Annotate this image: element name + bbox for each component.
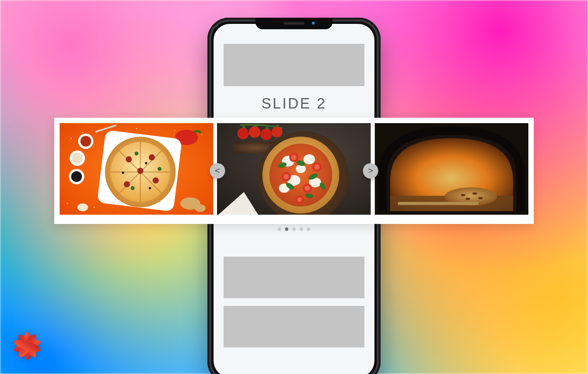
carousel-dots bbox=[278, 227, 311, 231]
svg-point-6 bbox=[94, 207, 95, 208]
svg-point-23 bbox=[126, 156, 132, 162]
svg-point-31 bbox=[145, 162, 147, 164]
svg-point-10 bbox=[80, 136, 91, 147]
svg-point-8 bbox=[136, 128, 137, 129]
svg-point-24 bbox=[149, 154, 155, 160]
svg-point-36 bbox=[77, 204, 88, 211]
svg-point-40 bbox=[249, 126, 261, 138]
svg-point-26 bbox=[124, 181, 130, 187]
svg-point-29 bbox=[158, 167, 162, 171]
svg-point-41 bbox=[261, 129, 272, 140]
svg-point-27 bbox=[137, 168, 144, 174]
carousel-prev-button[interactable]: < bbox=[210, 163, 225, 179]
svg-point-62 bbox=[297, 197, 302, 202]
placeholder-block-top bbox=[224, 44, 364, 86]
svg-point-51 bbox=[296, 165, 306, 173]
svg-point-32 bbox=[122, 172, 124, 174]
svg-point-12 bbox=[72, 153, 83, 164]
carousel-slide-3[interactable] bbox=[375, 123, 528, 215]
phone-camera bbox=[312, 22, 315, 25]
asterisk-icon bbox=[11, 329, 44, 362]
slide-1-image bbox=[60, 123, 213, 215]
svg-point-28 bbox=[135, 152, 139, 155]
carousel-dot-4[interactable] bbox=[300, 227, 303, 231]
svg-point-14 bbox=[71, 171, 82, 182]
carousel-slide-2[interactable] bbox=[217, 123, 371, 215]
slide-3-image bbox=[375, 123, 528, 215]
svg-point-4 bbox=[67, 203, 68, 204]
svg-point-35 bbox=[195, 204, 205, 212]
svg-point-42 bbox=[272, 127, 282, 137]
svg-point-60 bbox=[305, 185, 310, 191]
svg-point-33 bbox=[149, 187, 151, 189]
chevron-right-icon: > bbox=[368, 166, 373, 176]
svg-point-30 bbox=[131, 186, 135, 190]
carousel-slide-1[interactable] bbox=[60, 123, 213, 215]
slide-2-image bbox=[217, 123, 371, 215]
slide-title: SLIDE 2 bbox=[224, 95, 364, 112]
svg-point-39 bbox=[237, 128, 249, 139]
brand-logo bbox=[11, 329, 44, 362]
svg-point-56 bbox=[314, 164, 320, 170]
phone-speaker bbox=[284, 22, 304, 25]
svg-point-7 bbox=[174, 130, 175, 131]
svg-point-54 bbox=[291, 155, 297, 160]
carousel-track[interactable] bbox=[54, 118, 534, 224]
svg-point-1 bbox=[70, 138, 72, 139]
carousel-dot-3[interactable] bbox=[292, 227, 296, 231]
chevron-left-icon: < bbox=[215, 166, 220, 176]
svg-rect-77 bbox=[375, 123, 528, 215]
carousel-dot-5[interactable] bbox=[307, 227, 311, 231]
svg-point-48 bbox=[304, 154, 315, 164]
carousel-dot-2[interactable] bbox=[285, 227, 289, 231]
svg-point-25 bbox=[153, 177, 159, 184]
carousel-dot-1[interactable] bbox=[278, 227, 281, 231]
svg-point-58 bbox=[284, 174, 289, 179]
svg-point-5 bbox=[201, 134, 202, 135]
placeholder-block-bottom bbox=[224, 306, 364, 347]
carousel: < > bbox=[54, 118, 534, 224]
placeholder-block-mid bbox=[224, 257, 364, 298]
svg-point-2 bbox=[82, 132, 83, 133]
carousel-next-button[interactable]: > bbox=[363, 163, 378, 179]
